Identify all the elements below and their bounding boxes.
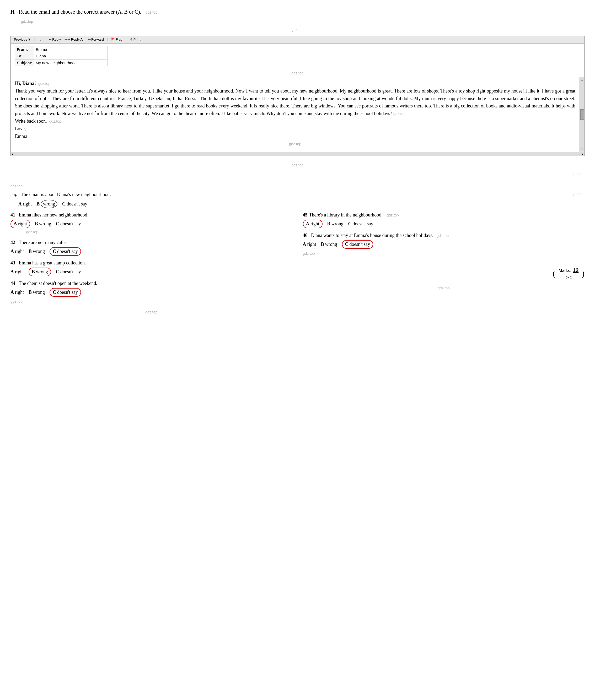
q43-b: B wrong [29, 268, 51, 276]
q42-text: 42 There are not many cafés. [10, 239, 292, 246]
print-button[interactable]: 🖨 Print [129, 37, 142, 42]
up-down-button[interactable]: ↑↓ [37, 37, 43, 42]
watermark-email: gdz.top [11, 69, 584, 77]
marks-content: Marks: 12 6x2 [556, 265, 582, 282]
q44-b: B wrong [29, 289, 45, 296]
watermark-3: gdz.top [10, 26, 585, 33]
q41-text: 41 Emma likes her new neighbourhood. [10, 212, 292, 219]
left-column: 41 Emma likes her new neighbourhood. A r… [10, 212, 292, 315]
section-title: Read the email and choose the correct an… [19, 8, 141, 16]
forward-button[interactable]: ↪ Forward [87, 37, 105, 42]
subject-value: My new neighbourhood! [34, 60, 108, 66]
email-headers: From: Emma To: Diana Subject: My new nei… [11, 43, 584, 69]
question-43: 43 Emma has a great stamp collection. A … [10, 260, 292, 276]
example-text: The email is about Diana's new neighbour… [21, 192, 111, 197]
paren-right: ) [582, 269, 585, 277]
questions-section: gdz.top e.g. The email is about Diana's … [10, 182, 585, 315]
section-letter: H [10, 8, 15, 16]
marks-denominator: 6x2 [565, 275, 572, 281]
q46-text: 46 Diana wants to stay at Emma's house d… [303, 232, 585, 239]
scroll-left-btn[interactable]: ◀ [11, 152, 13, 156]
email-writebacks: Write back soon. gdz.top [15, 117, 575, 125]
reply-all-button[interactable]: ↩↩ Reply All [63, 37, 85, 42]
from-label: From: [15, 46, 34, 53]
reply-icon: ↩ [49, 37, 52, 41]
watermark-1: gdz.top [145, 10, 158, 15]
sep-1: | [34, 37, 35, 42]
nav-arrows: ▼ [28, 37, 31, 41]
scroll-up-btn[interactable]: ▲ [581, 78, 584, 82]
flag-icon: 🚩 [111, 37, 115, 41]
to-value: Diana [34, 53, 108, 60]
q43-text: 43 Emma has a great stamp collection. [10, 260, 292, 267]
q43-c: C doesn't say [56, 268, 81, 275]
watermark-right-bottom: gdz.top [303, 284, 585, 292]
email-body: Hi, Diana! gdz.top Thank you very much f… [11, 77, 579, 152]
marks-paren-container: ( Marks: 12 6x2 ) [552, 265, 585, 282]
q44-answers: A right B wrong C doesn't say [10, 288, 292, 297]
watermark-mid2: gdz.top [10, 170, 585, 177]
q44-text: 44 The chemist doesn't open at the weeke… [10, 280, 292, 287]
q44-a: A right [10, 289, 24, 296]
print-icon: 🖨 [130, 37, 133, 41]
section-header: H Read the email and choose the correct … [10, 8, 585, 16]
scroll-right-btn[interactable]: ▶ [582, 152, 584, 156]
marks-label: Marks: [559, 268, 571, 274]
q46-b: B wrong [321, 241, 337, 248]
q44-c: C doesn't say [50, 288, 81, 297]
email-paragraph: Thank you very much for your letter. It'… [15, 87, 575, 117]
question-42: 42 There are not many cafés. A right B w… [10, 239, 292, 256]
horizontal-scrollbar[interactable]: ◀ ▶ [11, 152, 584, 156]
question-44: 44 The chemist doesn't open at the weeke… [10, 280, 292, 305]
scrollbar[interactable]: ▲ ▼ [579, 77, 584, 152]
previous-label: Previous [14, 37, 27, 41]
q41-a: A right [10, 220, 30, 228]
reply-all-icon: ↩↩ [64, 37, 70, 41]
questions-grid: 41 Emma likes her new neighbourhood. A r… [10, 212, 585, 315]
email-header-table: From: Emma To: Diana Subject: My new nei… [15, 46, 108, 67]
q41-a-circled: A right [10, 220, 30, 228]
q46-c-circled: C doesn't say [342, 240, 373, 249]
q45-c: C doesn't say [348, 220, 373, 227]
example-answers: A right B wrong C doesn't say [18, 200, 585, 208]
paren-left: ( [552, 269, 556, 277]
marks-top-row: Marks: 12 [559, 266, 578, 274]
watermark-mid1: gdz.top [10, 161, 585, 169]
q42-b: B wrong [29, 248, 45, 255]
watermark-q1: gdz.top [10, 182, 585, 189]
example-b-circled: wrong [41, 200, 57, 208]
scroll-thumb[interactable] [580, 109, 584, 120]
email-body-wrapper: Hi, Diana! gdz.top Thank you very much f… [11, 77, 584, 156]
email-toolbar: Previous ▼ | ↑↓ | ↩ Reply ↩↩ Reply All ↪… [11, 36, 584, 43]
email-love: Love, [15, 125, 575, 132]
q41-c: C doesn't say [56, 220, 81, 227]
q43-a: A right [10, 268, 24, 275]
watermark-body: gdz.top [15, 140, 575, 148]
q44-c-circled: C doesn't say [50, 288, 81, 297]
q45-a-circled: A right [303, 220, 322, 228]
subject-row: Subject: My new neighbourhood! [15, 60, 108, 66]
q43-answers: A right B wrong C doesn't say [10, 268, 292, 276]
q45-text: 45 There's a library in the neighbourhoo… [303, 212, 585, 219]
flag-button[interactable]: 🚩 Flag [110, 37, 123, 42]
q46-c: C doesn't say [342, 240, 373, 249]
previous-button[interactable]: Previous ▼ [13, 37, 32, 42]
marks-numerator: 12 [573, 266, 578, 274]
email-body-area: Hi, Diana! gdz.top Thank you very much f… [11, 77, 584, 152]
to-row: To: Diana [15, 53, 108, 60]
from-value: Emma [34, 46, 108, 53]
scroll-down-btn[interactable]: ▼ [581, 147, 584, 151]
sep-3: | [107, 37, 108, 42]
sep-4: | [125, 37, 126, 42]
right-column: 45 There's a library in the neighbourhoo… [303, 212, 585, 292]
example-block: e.g. The email is about Diana's new neig… [10, 191, 585, 198]
q42-a: A right [10, 248, 24, 255]
example-c: C doesn't say [62, 201, 87, 208]
reply-button[interactable]: ↩ Reply [48, 37, 62, 42]
question-41: 41 Emma likes her new neighbourhood. A r… [10, 212, 292, 235]
q43-b-circled: B wrong [29, 268, 51, 276]
email-signature: Emma [15, 132, 575, 140]
watermark-eg: gdz.top [572, 191, 585, 196]
q41-answers: A right B wrong C doesn't say [10, 220, 292, 228]
q42-c-circled: C doesn't say [50, 247, 81, 256]
